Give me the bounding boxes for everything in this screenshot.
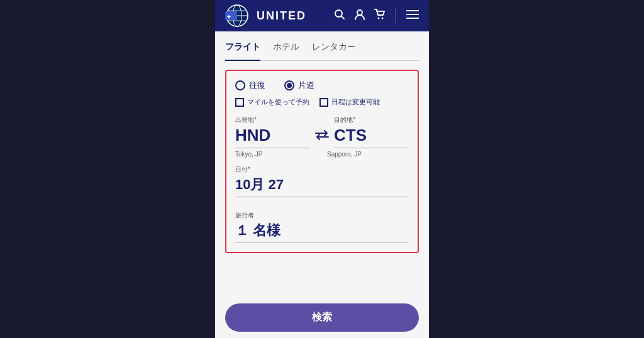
origin-city: Tokyo, JP [235,151,317,158]
flexible-checkbox[interactable] [319,98,328,107]
tabs: フライト ホテル レンタカー [225,41,419,61]
oneway-radio[interactable] [284,80,294,90]
origin-field[interactable]: 出発地* HND [235,116,310,148]
phone-container: ✦ UNITED [215,0,429,338]
oneway-label: 片道 [298,80,314,91]
svg-point-10 [357,10,362,15]
header-divider [396,8,396,23]
search-form: 往復 片道 マイルを使って予約 日程は変更可能 [225,70,419,253]
traveler-field[interactable]: 旅行者 １ 名様 [235,211,409,243]
united-logo: ✦ [225,4,249,28]
search-button[interactable]: 検索 [225,303,419,332]
date-field[interactable]: 日付* 10月 27 [235,165,409,197]
traveler-value[interactable]: １ 名様 [235,221,409,240]
date-label: 日付* [235,165,409,174]
header: ✦ UNITED [215,0,429,31]
miles-checkbox[interactable] [235,98,244,107]
traveler-label: 旅行者 [235,211,409,220]
airport-subtitles: Tokyo, JP Sapporo, JP [235,151,409,158]
menu-icon[interactable] [406,9,419,22]
user-icon[interactable] [354,9,365,23]
svg-text:✦: ✦ [226,14,231,20]
roundtrip-radio[interactable] [235,80,245,90]
roundtrip-label: 往復 [249,80,265,91]
swap-icon[interactable] [315,130,329,143]
cart-icon[interactable] [374,9,386,23]
main-content: フライト ホテル レンタカー 往復 片道 マイルを使っ [215,31,429,297]
roundtrip-option[interactable]: 往復 [235,80,265,91]
flexible-label: 日程は変更可能 [331,97,380,107]
tab-flights[interactable]: フライト [225,41,260,61]
svg-point-12 [382,17,384,19]
tab-rental-car[interactable]: レンタカー [312,41,356,57]
date-value[interactable]: 10月 27 [235,175,409,194]
search-btn-container: 検索 [215,297,429,338]
options-row: マイルを使って予約 日程は変更可能 [235,97,409,107]
oneway-option[interactable]: 片道 [284,80,314,91]
airport-row: 出発地* HND 目的地* CTS [235,116,409,148]
destination-label: 目的地* [334,116,409,124]
destination-city: Sapporo, JP [317,151,409,158]
brand-name: UNITED [257,9,326,23]
miles-option[interactable]: マイルを使って予約 [235,97,309,107]
header-icons [334,8,419,23]
flexible-option[interactable]: 日程は変更可能 [319,97,380,107]
svg-point-11 [378,17,380,19]
trip-type-row: 往復 片道 [235,80,409,91]
destination-field[interactable]: 目的地* CTS [334,116,409,148]
origin-code[interactable]: HND [235,126,310,148]
tab-hotels[interactable]: ホテル [273,41,299,57]
svg-line-9 [341,16,345,19]
destination-code[interactable]: CTS [334,126,409,148]
origin-label: 出発地* [235,116,310,124]
miles-label: マイルを使って予約 [247,97,309,107]
search-icon[interactable] [334,9,345,23]
